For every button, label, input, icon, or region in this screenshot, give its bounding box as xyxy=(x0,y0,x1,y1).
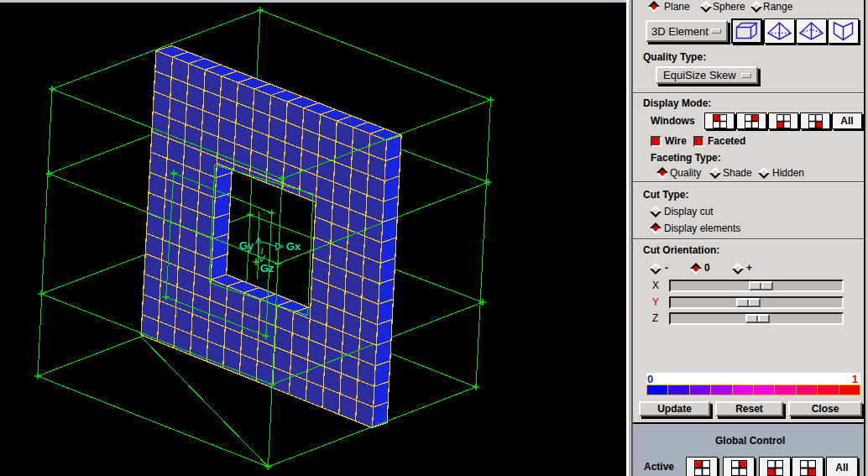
svg-text:Gz: Gz xyxy=(260,262,275,275)
svg-text:Gx: Gx xyxy=(286,240,301,253)
svg-text:Gy: Gy xyxy=(239,239,254,252)
